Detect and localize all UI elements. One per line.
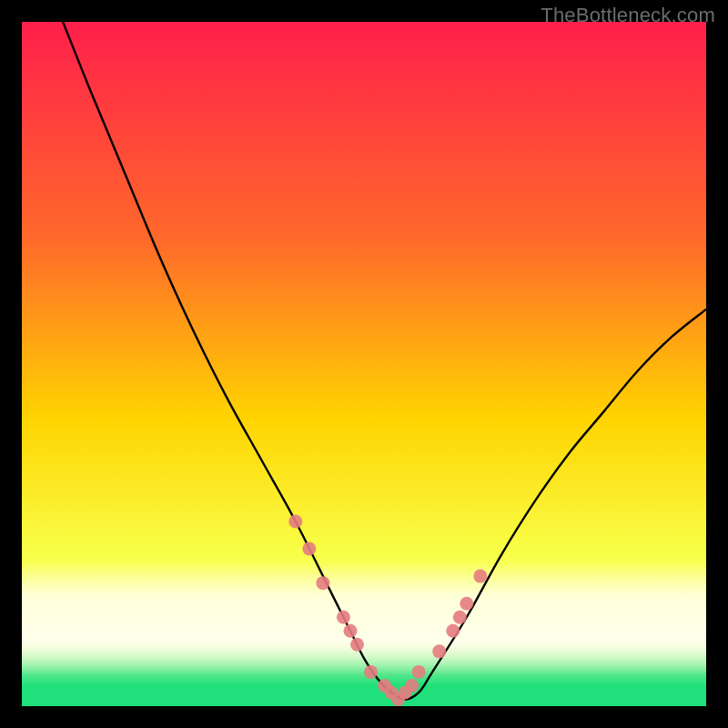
chart-background-gradient [22, 22, 706, 706]
watermark-text: TheBottleneck.com [541, 4, 715, 27]
chart-plot-area [22, 22, 706, 706]
